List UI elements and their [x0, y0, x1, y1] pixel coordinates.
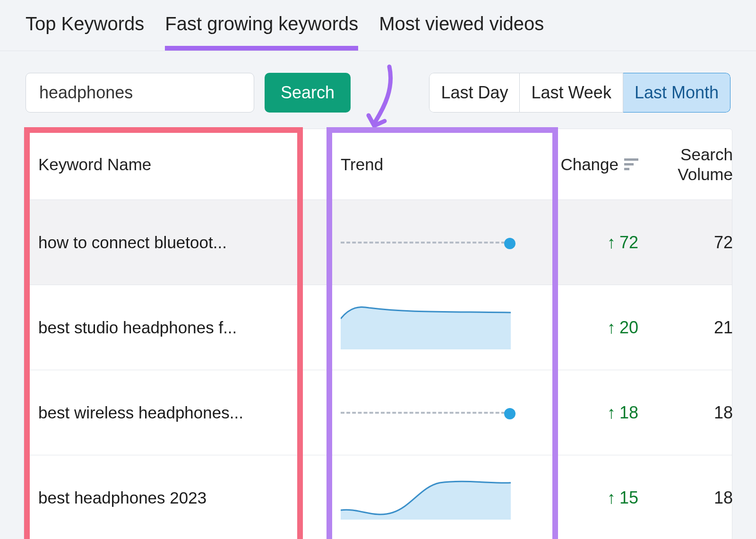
- controls-row: Search Last Day Last Week Last Month: [0, 51, 756, 129]
- cell-change-value: 72: [619, 233, 638, 252]
- table-header-row: Keyword Name Trend Change Search Volume: [24, 129, 732, 200]
- cell-keyword: best headphones 2023: [24, 488, 326, 507]
- tab-most-viewed[interactable]: Most viewed videos: [379, 13, 544, 51]
- col-keyword-name[interactable]: Keyword Name: [24, 155, 326, 174]
- cell-volume: 21: [653, 318, 747, 338]
- arrow-up-icon: ↑: [607, 234, 616, 251]
- cell-change-value: 15: [619, 488, 638, 508]
- cell-volume: 18: [653, 403, 747, 423]
- cell-change: ↑ 18: [544, 403, 653, 423]
- sparkline-area-icon: [341, 472, 511, 520]
- cell-change: ↑ 15: [544, 488, 653, 508]
- svg-rect-2: [624, 168, 629, 170]
- svg-rect-0: [624, 158, 638, 161]
- cell-keyword: best wireless headphones...: [24, 403, 326, 422]
- sort-desc-icon: [624, 158, 638, 171]
- col-search-volume[interactable]: Search Volume: [653, 145, 747, 184]
- col-trend[interactable]: Trend: [326, 155, 544, 174]
- cell-trend: [326, 302, 544, 353]
- svg-rect-1: [624, 163, 634, 165]
- date-range-group: Last Day Last Week Last Month: [429, 73, 730, 113]
- cell-volume: 18: [653, 488, 747, 508]
- table-row[interactable]: best wireless headphones... ↑ 18 18: [24, 370, 732, 455]
- tab-top-keywords[interactable]: Top Keywords: [26, 13, 144, 51]
- cell-trend: [326, 412, 544, 414]
- cell-change-value: 18: [619, 403, 638, 423]
- cell-trend: [326, 472, 544, 523]
- table-row[interactable]: how to connect bluetoot... ↑ 72 72: [24, 200, 732, 285]
- cell-trend: [326, 242, 544, 243]
- sparkline-dash-icon: [341, 412, 511, 414]
- range-last-day[interactable]: Last Day: [429, 73, 520, 113]
- col-change-label: Change: [560, 155, 619, 174]
- search-button[interactable]: Search: [265, 73, 351, 113]
- cell-volume: 72: [653, 233, 747, 252]
- col-change[interactable]: Change: [544, 155, 653, 174]
- search-input[interactable]: [26, 73, 254, 113]
- sparkline-area-icon: [341, 302, 511, 349]
- sparkline-dash-icon: [341, 242, 511, 243]
- tab-fast-growing[interactable]: Fast growing keywords: [165, 13, 358, 51]
- keywords-table: Keyword Name Trend Change Search Volume …: [24, 129, 732, 539]
- arrow-up-icon: ↑: [607, 489, 616, 506]
- cell-keyword: how to connect bluetoot...: [24, 233, 326, 252]
- arrow-up-icon: ↑: [607, 319, 616, 336]
- cell-change-value: 20: [619, 318, 638, 338]
- table-row[interactable]: best studio headphones f... ↑ 20 21: [24, 285, 732, 370]
- cell-keyword: best studio headphones f...: [24, 318, 326, 337]
- cell-change: ↑ 72: [544, 233, 653, 252]
- arrow-up-icon: ↑: [607, 404, 616, 421]
- cell-change: ↑ 20: [544, 318, 653, 338]
- tab-bar: Top Keywords Fast growing keywords Most …: [0, 0, 756, 51]
- table-row[interactable]: best headphones 2023 ↑ 15 18: [24, 455, 732, 539]
- range-last-week[interactable]: Last Week: [520, 73, 623, 113]
- range-last-month[interactable]: Last Month: [623, 73, 730, 113]
